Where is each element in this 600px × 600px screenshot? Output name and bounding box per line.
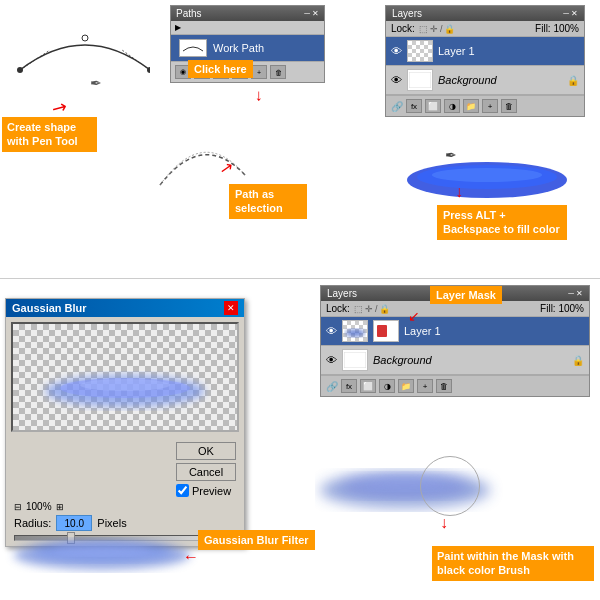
lb-del-btn[interactable]: 🗑 xyxy=(436,379,452,393)
new-layer-btn[interactable]: + xyxy=(482,99,498,113)
lock-all-icon[interactable]: 🔒 xyxy=(444,24,455,34)
dialog-close-btn[interactable]: ✕ xyxy=(224,301,238,315)
pen-curve-svg: ✒ xyxy=(10,10,150,110)
gaussian-blur-titlebar: Gaussian Blur ✕ xyxy=(6,299,244,317)
arrow-layer-mask: ↙ xyxy=(408,308,420,324)
fx-btn[interactable]: fx xyxy=(406,99,422,113)
blur-preview-shape xyxy=(35,353,215,415)
layers-minimize[interactable]: ─ xyxy=(563,9,569,18)
label-layer-mask: Layer Mask xyxy=(430,286,502,304)
path-new-icon[interactable]: + xyxy=(251,65,267,79)
gaussian-blur-dialog: Gaussian Blur ✕ OK Cancel Preview xyxy=(5,298,245,547)
layer1-thumb xyxy=(407,40,433,62)
layers-top-header: Layers ─ ✕ xyxy=(386,6,584,21)
lb-lock4[interactable]: 🔒 xyxy=(379,304,390,314)
paths-close[interactable]: ✕ xyxy=(312,9,319,18)
lb-lock2[interactable]: ✛ xyxy=(365,304,373,314)
zoom-out-icon[interactable]: ⊟ xyxy=(14,502,22,512)
lb-link-icon[interactable]: 🔗 xyxy=(326,381,338,392)
bg-name: Background xyxy=(438,74,562,86)
delete-layer-btn[interactable]: 🗑 xyxy=(501,99,517,113)
adj-btn[interactable]: ◑ xyxy=(444,99,460,113)
lb-adj-btn[interactable]: ◑ xyxy=(379,379,395,393)
label-gaussian-filter: Gaussian Blur Filter xyxy=(198,530,315,550)
lb-close[interactable]: ✕ xyxy=(576,289,583,298)
svg-line-4 xyxy=(122,50,150,70)
ok-btn[interactable]: OK xyxy=(176,442,236,460)
svg-point-13 xyxy=(80,379,170,391)
layers-bottom-bar-top: 🔗 fx ⬜ ◑ 📁 + 🗑 xyxy=(386,95,584,116)
layers-close[interactable]: ✕ xyxy=(571,9,578,18)
lb-lock3[interactable]: / xyxy=(375,304,378,314)
bg-thumb xyxy=(407,69,433,91)
svg-point-17 xyxy=(345,329,365,337)
arrow-alt-back: ↓ xyxy=(455,183,463,201)
layer1-row[interactable]: 👁 Layer 1 xyxy=(386,37,584,66)
lb-bg-eye[interactable]: 👁 xyxy=(326,354,337,366)
lb-layer1-row[interactable]: 👁 Layer 1 xyxy=(321,317,589,346)
lb-layer1-eye[interactable]: 👁 xyxy=(326,325,337,337)
label-alt-backspace: Press ALT + Backspace to fill color xyxy=(437,205,567,240)
arrow-gaussian-label: ← xyxy=(183,548,199,566)
lb-layer1-name: Layer 1 xyxy=(404,325,584,337)
lb-bg-lock: 🔒 xyxy=(572,355,584,366)
blue-shape-top: ✒ xyxy=(395,125,580,207)
lock-paint-icon[interactable]: / xyxy=(440,24,443,34)
svg-text:✒: ✒ xyxy=(90,76,102,91)
lock-check-icon[interactable]: ⬚ xyxy=(419,24,428,34)
ok-cancel-row: OK Cancel Preview xyxy=(14,442,236,497)
lb-bottom-icons: 🔗 fx ⬜ ◑ 📁 + 🗑 xyxy=(321,375,589,396)
svg-point-9 xyxy=(432,168,542,182)
pen-tool-panel: ✒ ↗ Create shape with Pen Tool xyxy=(0,5,160,185)
layers-top-bar: Layers ─ ✕ Lock: ⬚ ✛ / 🔒 Fill: 100% 👁 La… xyxy=(385,5,585,117)
paths-thumb xyxy=(179,39,207,57)
label-paint: Paint within the Mask with black color B… xyxy=(432,546,594,581)
bg-eye[interactable]: 👁 xyxy=(391,74,402,86)
gaussian-blur-preview xyxy=(11,322,239,432)
lb-fx-btn[interactable]: fx xyxy=(341,379,357,393)
zoom-in-icon[interactable]: ⊞ xyxy=(56,502,64,512)
link-icon[interactable]: 🔗 xyxy=(391,101,403,112)
paths-minimize[interactable]: ─ xyxy=(304,9,310,18)
lb-mask-btn[interactable]: ⬜ xyxy=(360,379,376,393)
mask-btn[interactable]: ⬜ xyxy=(425,99,441,113)
label-pen-tool: Create shape with Pen Tool xyxy=(2,117,97,152)
lb-bg-name: Background xyxy=(373,354,567,366)
preview-checkbox[interactable] xyxy=(176,484,189,497)
svg-rect-20 xyxy=(344,352,366,368)
lb-folder-btn[interactable]: 📁 xyxy=(398,379,414,393)
bg-lock-icon: 🔒 xyxy=(567,75,579,86)
lb-lock1[interactable]: ⬚ xyxy=(354,304,363,314)
svg-rect-6 xyxy=(409,72,431,88)
paths-work-path-row[interactable]: Work Path xyxy=(171,35,324,61)
svg-point-2 xyxy=(82,35,88,41)
lb-layer1-content-thumb xyxy=(342,320,368,342)
layers-top-panel: Layers ─ ✕ Lock: ⬚ ✛ / 🔒 Fill: 100% 👁 La… xyxy=(385,5,585,117)
blur-bottom-svg xyxy=(5,520,200,575)
lb-layer1-mask-thumb xyxy=(373,320,399,342)
lb-minimize[interactable]: ─ xyxy=(568,289,574,298)
bg-layer-row[interactable]: 👁 Background 🔒 xyxy=(386,66,584,95)
svg-rect-19 xyxy=(377,325,387,337)
layers-lock-row: Lock: ⬚ ✛ / 🔒 Fill: 100% xyxy=(386,21,584,37)
lb-new-btn[interactable]: + xyxy=(417,379,433,393)
path-delete-icon[interactable]: 🗑 xyxy=(270,65,286,79)
paths-panel-header: ▶ xyxy=(171,21,324,35)
zoom-percent: 100% xyxy=(26,501,52,512)
folder-btn[interactable]: 📁 xyxy=(463,99,479,113)
preview-checkbox-label[interactable]: Preview xyxy=(176,484,236,497)
arrow-click-here: ↑ xyxy=(255,88,263,106)
paths-menu-arrow[interactable]: ▶ xyxy=(175,23,181,32)
lb-bg-row[interactable]: 👁 Background 🔒 xyxy=(321,346,589,375)
layer1-name: Layer 1 xyxy=(438,45,579,57)
paths-titlebar: Paths ─ ✕ xyxy=(171,6,324,21)
arrow-paint-label: ↓ xyxy=(440,514,448,532)
cancel-btn[interactable]: Cancel xyxy=(176,463,236,481)
svg-point-16 xyxy=(52,543,152,555)
lock-icons: ⬚ ✛ / 🔒 xyxy=(419,24,456,34)
layer1-eye[interactable]: 👁 xyxy=(391,45,402,57)
section-divider xyxy=(0,278,600,279)
lock-move-icon[interactable]: ✛ xyxy=(430,24,438,34)
lb-bg-thumb xyxy=(342,349,368,371)
lb-lock-icons: ⬚ ✛ / 🔒 xyxy=(354,304,391,314)
